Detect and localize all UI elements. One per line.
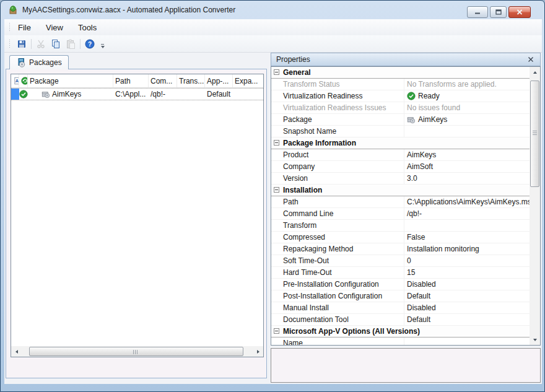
property-row[interactable]: PackageAimKeys — [271, 114, 530, 126]
cut-button[interactable] — [34, 37, 48, 51]
column-header-trans[interactable]: Trans... — [177, 74, 205, 87]
column-header-path[interactable]: Path — [113, 74, 149, 87]
row-selection-cell[interactable] — [11, 89, 19, 100]
property-row[interactable]: Transform StatusNo Transforms are applie… — [271, 79, 530, 90]
collapse-icon[interactable] — [274, 69, 279, 75]
property-value: Default — [404, 314, 530, 325]
list-header: PackagePathCom...Trans...App-...Expa... — [11, 74, 263, 88]
property-label: Transform — [271, 220, 404, 231]
row-cell — [233, 89, 263, 100]
tab-packages[interactable]: Packages — [9, 55, 69, 69]
property-value-text: Installation monitoring — [407, 245, 479, 253]
property-value: 15 — [404, 267, 530, 278]
property-row[interactable]: CompanyAimSoft — [271, 161, 530, 173]
paste-button[interactable] — [64, 37, 77, 51]
scroll-left-button[interactable] — [11, 346, 22, 357]
package-icon — [41, 90, 50, 98]
property-value-text: 3.0 — [407, 174, 417, 183]
toolbar-overflow-button[interactable] — [98, 37, 107, 51]
properties-header: Properties — [271, 53, 541, 66]
property-label: Command Line — [271, 208, 404, 219]
property-label: Post-Installation Configuration — [271, 290, 404, 302]
property-row[interactable]: Repackaging MethodInstallation monitorin… — [271, 243, 530, 255]
column-header-sort-doc-icon[interactable] — [11, 74, 19, 87]
toolbar-grip[interactable] — [9, 39, 11, 49]
property-value-text: Disabled — [407, 280, 436, 289]
property-row[interactable]: Name — [271, 338, 530, 345]
property-value: 3.0 — [404, 173, 530, 184]
properties-grid: GeneralTransform StatusNo Transforms are… — [271, 66, 541, 346]
column-header-expa[interactable]: Expa... — [233, 74, 264, 87]
property-section-header: General — [271, 67, 530, 79]
property-row[interactable]: Manual InstallDisabled — [271, 302, 530, 314]
property-row[interactable]: Soft Time-Out0 — [271, 255, 530, 267]
menu-file[interactable]: File — [11, 20, 38, 35]
collapse-icon[interactable] — [274, 328, 279, 334]
cut-icon — [36, 39, 46, 49]
package-name-cell[interactable]: AimKeys — [28, 89, 113, 100]
horizontal-scrollbar[interactable] — [11, 346, 263, 357]
property-value: /qb!- — [404, 208, 530, 219]
save-button[interactable] — [15, 37, 28, 51]
property-row[interactable]: PathC:\Applications\AimKeys\AimKeys.msi — [271, 196, 530, 208]
property-value-text: AimSoft — [407, 162, 433, 171]
toolbar-separator — [80, 39, 81, 49]
property-row[interactable]: CompressedFalse — [271, 232, 530, 243]
property-label: Version — [271, 173, 404, 184]
property-row[interactable]: Post-Installation ConfigurationDefault — [271, 290, 530, 302]
property-label: Manual Install — [271, 302, 404, 313]
property-section-header: Package Information — [271, 137, 530, 149]
property-value-text: False — [407, 233, 425, 242]
scroll-up-button[interactable] — [530, 67, 540, 77]
menu-view[interactable]: View — [38, 20, 71, 35]
help-button[interactable] — [83, 37, 97, 51]
property-row[interactable]: Command Line/qb!- — [271, 208, 530, 220]
properties-close-button[interactable] — [526, 55, 535, 64]
paste-icon — [66, 39, 76, 49]
vertical-scrollbar[interactable] — [530, 67, 540, 345]
property-value: No issues found — [404, 102, 530, 113]
vertical-scroll-thumb[interactable] — [530, 81, 539, 187]
scroll-right-button[interactable] — [253, 346, 263, 357]
property-row[interactable]: ProductAimKeys — [271, 149, 530, 161]
property-value: Default — [404, 290, 530, 302]
collapse-icon[interactable] — [274, 187, 279, 193]
copy-button[interactable] — [49, 37, 63, 51]
minimize-button[interactable] — [467, 6, 488, 18]
column-header-com[interactable]: Com... — [149, 74, 177, 87]
property-row[interactable]: Transform — [271, 220, 530, 232]
property-row[interactable]: Hard Time-Out15 — [271, 267, 530, 279]
property-value: AimKeys — [404, 114, 530, 125]
property-row[interactable]: Documentation ToolDefault — [271, 314, 530, 326]
maximize-button[interactable] — [490, 6, 507, 18]
scroll-down-button[interactable] — [530, 334, 540, 345]
window-title: MyAACSettings.convwiz.aacx - Automated A… — [22, 6, 235, 14]
menu-tools[interactable]: Tools — [71, 20, 104, 35]
property-row[interactable]: Version3.0 — [271, 173, 530, 185]
property-value: Disabled — [404, 302, 530, 313]
collapse-icon[interactable] — [274, 140, 279, 146]
horizontal-scroll-thumb[interactable] — [29, 347, 243, 356]
property-row[interactable]: Virtualization ReadinessReady — [271, 90, 530, 102]
selection-highlight — [11, 89, 19, 100]
property-section-header: Microsoft App-V Options (All Versions) — [271, 326, 530, 338]
property-label: Product — [271, 149, 404, 160]
column-header-package[interactable]: Package — [28, 74, 113, 87]
minimize-icon — [474, 9, 481, 15]
property-value-text: 0 — [407, 256, 411, 265]
column-header-status-refresh-icon[interactable] — [19, 74, 28, 87]
property-row[interactable]: Pre-Installation ConfigurationDisabled — [271, 279, 530, 290]
close-button[interactable] — [508, 6, 531, 18]
property-value: AimKeys — [404, 149, 530, 160]
property-value: Disabled — [404, 279, 530, 290]
maximize-icon — [495, 9, 502, 15]
toolbar-separator — [31, 39, 32, 49]
tab-packages-label: Packages — [29, 58, 62, 67]
property-value: Ready — [404, 90, 530, 102]
property-row[interactable]: Virtualization Readiness IssuesNo issues… — [271, 102, 530, 114]
column-header-app[interactable]: App-... — [205, 74, 233, 87]
table-row[interactable]: AimKeysC:\Appl.../qb!-Default — [11, 88, 263, 100]
property-row[interactable]: Snapshot Name — [271, 126, 530, 137]
packages-tab-icon — [16, 58, 26, 68]
property-value: No Transforms are applied. — [404, 79, 530, 90]
